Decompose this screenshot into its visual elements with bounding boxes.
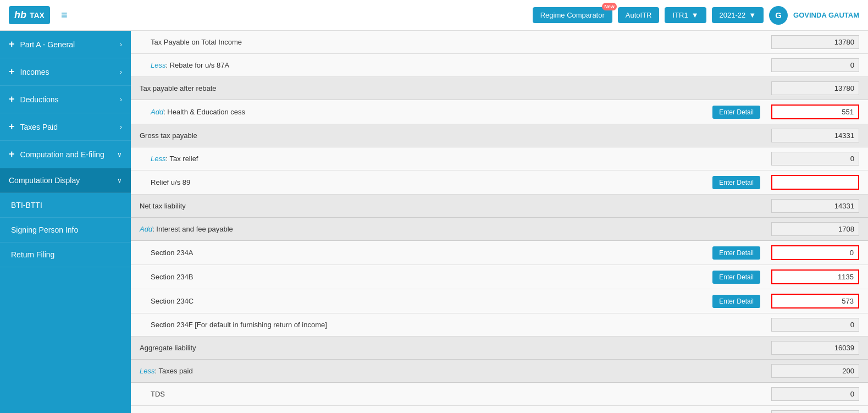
row-label: Less: Taxes paid: [140, 367, 760, 375]
row-value: Enter Detail: [712, 104, 859, 119]
year-selector-button[interactable]: 2021-22 ▼: [712, 7, 764, 23]
enter-detail-234c-button[interactable]: Enter Detail: [712, 295, 760, 308]
navbar: hb TAX ≡ New Regime Comparator AutoITR I…: [0, 0, 868, 31]
hamburger-icon[interactable]: ≡: [61, 9, 68, 21]
row-label: Less: Rebate for u/s 87A: [151, 61, 760, 69]
user-name: GOVINDA GAUTAM: [793, 11, 859, 19]
sidebar-label: Return Filing: [11, 250, 54, 259]
table-row: TCS: [131, 406, 868, 413]
row-label: Relief u/s 89: [151, 178, 712, 186]
table-row: Net tax liability: [131, 195, 868, 218]
layout: + Part A - General › + Incomes › + Deduc…: [0, 31, 868, 413]
table-row: Add: Health & Education cess Enter Detai…: [131, 100, 868, 124]
enter-detail-health-cess-button[interactable]: Enter Detail: [712, 106, 760, 119]
main-content: Tax Payable on Total Income Less: Rebate…: [131, 31, 868, 413]
sidebar-label: Computation Display: [9, 176, 80, 185]
row-value: [760, 410, 859, 413]
sidebar-label: Computation and E-filing: [20, 150, 104, 159]
relief-89-input[interactable]: [771, 175, 859, 190]
sidebar-label: Signing Person Info: [11, 225, 78, 234]
logo: hb TAX: [9, 6, 50, 24]
table-row: Less: Rebate for u/s 87A: [131, 54, 868, 77]
health-cess-input[interactable]: [771, 104, 859, 119]
gross-tax-payable-input[interactable]: [771, 129, 859, 142]
row-value: [760, 318, 859, 332]
interest-fee-input[interactable]: [771, 222, 859, 236]
row-value: [760, 35, 859, 49]
navbar-right: New Regime Comparator AutoITR ITR1 ▼ 202…: [533, 6, 859, 25]
year-chevron-icon: ▼: [749, 11, 756, 19]
row-value: [760, 81, 859, 95]
row-label: Section 234C: [151, 297, 712, 305]
section-234a-input[interactable]: [771, 245, 859, 260]
table-row: Tax payable after rebate: [131, 77, 868, 100]
row-value: Enter Detail: [712, 175, 859, 190]
section-234c-input[interactable]: [771, 294, 859, 309]
sidebar-label: Taxes Paid: [20, 123, 58, 131]
sidebar-label: BTI-BTTI: [11, 201, 42, 210]
sidebar-item-bti-btti[interactable]: BTI-BTTI: [0, 193, 131, 218]
tcs-input[interactable]: [771, 410, 859, 413]
row-label: Tax Payable on Total Income: [151, 38, 760, 46]
row-value: [760, 341, 859, 355]
row-label: Tax payable after rebate: [140, 84, 760, 92]
sidebar-label: Incomes: [20, 68, 49, 76]
autoitr-button[interactable]: AutoITR: [618, 7, 660, 23]
net-tax-liability-input[interactable]: [771, 199, 859, 213]
chevron-down-icon: ∨: [117, 177, 122, 184]
sidebar-item-computation-display[interactable]: Computation Display ∨: [0, 168, 131, 193]
table-row: TDS: [131, 383, 868, 406]
table-row: Gross tax payable: [131, 124, 868, 147]
table-row: Add: Interest and fee payable: [131, 218, 868, 241]
row-label: Section 234F [For default in furnishing …: [151, 321, 760, 329]
taxes-paid-input[interactable]: [771, 364, 859, 378]
avatar: G: [769, 6, 788, 25]
tds-input[interactable]: [771, 387, 859, 401]
chevron-right-icon: ›: [120, 68, 122, 76]
sidebar-item-incomes[interactable]: + Incomes ›: [0, 58, 131, 86]
row-value: Enter Detail: [712, 269, 859, 284]
row-value: [760, 364, 859, 378]
enter-detail-234a-button[interactable]: Enter Detail: [712, 246, 760, 260]
sidebar-item-part-a-general[interactable]: + Part A - General ›: [0, 31, 131, 58]
section-234b-input[interactable]: [771, 269, 859, 284]
table-row: Less: Tax relief: [131, 147, 868, 170]
sidebar-item-computation-efiling[interactable]: + Computation and E-filing ∨: [0, 141, 131, 168]
enter-detail-relief-89-button[interactable]: Enter Detail: [712, 176, 760, 189]
sidebar-item-deductions[interactable]: + Deductions ›: [0, 86, 131, 113]
row-label: Less: Tax relief: [151, 155, 760, 163]
table-row: Section 234A Enter Detail: [131, 241, 868, 265]
tax-payable-total-input[interactable]: [771, 35, 859, 49]
tax-after-rebate-input[interactable]: [771, 81, 859, 95]
row-label: Aggregate liability: [140, 344, 760, 352]
row-value: [760, 129, 859, 142]
sidebar-label: Part A - General: [20, 40, 75, 49]
table-row: Section 234F [For default in furnishing …: [131, 313, 868, 337]
chevron-right-icon: ›: [120, 96, 122, 103]
sidebar-item-taxes-paid[interactable]: + Taxes Paid ›: [0, 113, 131, 141]
row-value: Enter Detail: [712, 294, 859, 309]
tax-relief-input[interactable]: [771, 152, 859, 166]
logo-tax: TAX: [30, 11, 45, 20]
row-value: [760, 222, 859, 236]
row-label: Add: Interest and fee payable: [140, 225, 760, 233]
row-value: [760, 199, 859, 213]
sidebar-label: Deductions: [20, 95, 59, 104]
section-234f-input[interactable]: [771, 318, 859, 332]
plus-icon: +: [9, 38, 15, 50]
aggregate-liability-input[interactable]: [771, 341, 859, 355]
logo-hb: hb: [14, 9, 26, 21]
plus-icon: +: [9, 121, 15, 133]
sidebar-item-return-filing[interactable]: Return Filing: [0, 243, 131, 267]
rebate-87a-input[interactable]: [771, 58, 859, 72]
table-row: Section 234C Enter Detail: [131, 289, 868, 313]
sidebar: + Part A - General › + Incomes › + Deduc…: [0, 31, 131, 413]
plus-icon: +: [9, 148, 15, 160]
table-row: Relief u/s 89 Enter Detail: [131, 170, 868, 195]
itr1-button[interactable]: ITR1 ▼: [665, 7, 706, 23]
regime-comparator-button[interactable]: New Regime Comparator: [533, 7, 612, 23]
enter-detail-234b-button[interactable]: Enter Detail: [712, 271, 760, 284]
table-row: Section 234B Enter Detail: [131, 265, 868, 289]
sidebar-item-signing-person-info[interactable]: Signing Person Info: [0, 218, 131, 243]
itr1-chevron-icon: ▼: [692, 11, 699, 19]
